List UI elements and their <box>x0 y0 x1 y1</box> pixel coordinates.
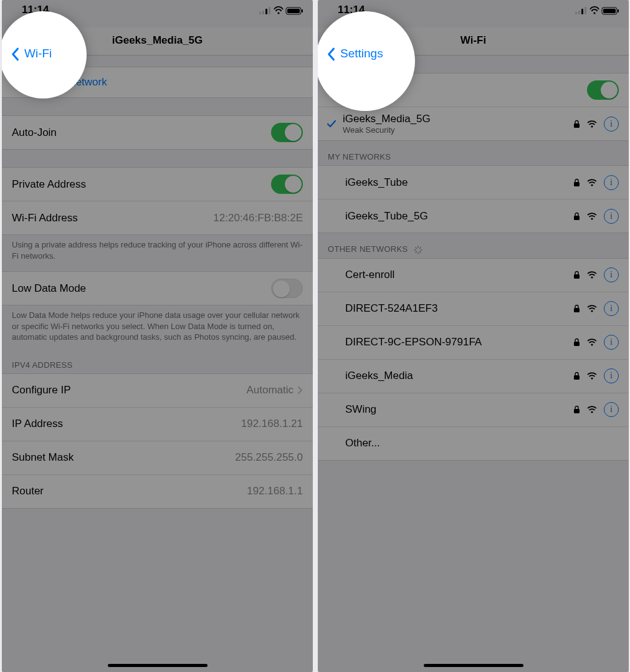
my-networks-header: MY NETWORKS <box>318 141 629 165</box>
wifi-icon <box>586 372 598 380</box>
network-row[interactable]: Cert-enroll i <box>318 259 629 292</box>
network-row[interactable]: iGeeks_Media i <box>318 359 629 393</box>
wifi-icon <box>586 338 598 347</box>
subnet-mask-value: 255.255.255.0 <box>235 451 303 464</box>
lock-icon <box>573 212 580 221</box>
svg-rect-8 <box>575 12 577 14</box>
svg-rect-32 <box>574 308 580 312</box>
wifi-address-label: Wi-Fi Address <box>12 212 78 224</box>
info-icon[interactable]: i <box>604 175 619 190</box>
other-label: Other... <box>345 437 380 449</box>
lock-icon <box>573 120 580 128</box>
svg-point-4 <box>277 12 279 14</box>
svg-rect-18 <box>574 182 580 186</box>
wifi-toggle-row[interactable]: Wi-Fi <box>318 74 629 107</box>
content-left: Forget This Network Auto-Join Private Ad… <box>2 55 313 672</box>
network-row[interactable]: DIRECT-524A1EF3 i <box>318 292 629 325</box>
lock-icon <box>573 372 580 380</box>
svg-point-39 <box>591 411 593 413</box>
svg-point-35 <box>591 343 593 345</box>
svg-line-23 <box>420 247 421 248</box>
info-icon[interactable]: i <box>604 368 619 383</box>
connected-network-name: iGeeks_Media_5G <box>343 113 431 125</box>
router-label: Router <box>12 485 44 497</box>
svg-line-25 <box>420 251 421 252</box>
private-address-switch[interactable] <box>271 175 303 194</box>
private-address-label: Private Address <box>12 178 86 191</box>
lock-icon <box>573 338 580 347</box>
status-time: 11:14 <box>22 4 49 16</box>
status-indicators <box>259 6 304 15</box>
lock-icon <box>573 304 580 313</box>
home-indicator[interactable] <box>424 664 523 667</box>
svg-point-19 <box>591 184 593 186</box>
low-data-mode-row[interactable]: Low Data Mode <box>2 272 313 305</box>
info-icon[interactable]: i <box>604 301 619 316</box>
network-name: Cert-enroll <box>345 269 394 281</box>
wifi-icon <box>586 212 598 221</box>
subnet-mask-label: Subnet Mask <box>12 451 74 464</box>
low-data-mode-switch[interactable] <box>271 279 303 298</box>
network-row[interactable]: SWing i <box>318 393 629 426</box>
other-network-row[interactable]: Other... <box>318 426 629 460</box>
svg-rect-14 <box>603 9 616 13</box>
lock-icon <box>573 178 580 187</box>
other-networks-text: OTHER NETWORKS <box>328 244 408 254</box>
configure-ip-label: Configure IP <box>12 384 71 396</box>
svg-rect-30 <box>574 274 580 279</box>
svg-rect-11 <box>585 7 586 14</box>
network-name: DIRECT-9C-EPSON-9791FA <box>345 336 482 348</box>
svg-rect-20 <box>574 216 580 220</box>
network-name: iGeeks_Tube_5G <box>345 210 428 223</box>
svg-point-12 <box>593 12 595 14</box>
nav-bar: Settings Wi-Fi <box>318 27 629 55</box>
status-bar: 11:14 <box>2 0 313 27</box>
network-row[interactable]: DIRECT-9C-EPSON-9791FA i <box>318 325 629 359</box>
info-icon[interactable]: i <box>604 117 619 132</box>
wifi-icon <box>586 304 598 313</box>
content-right: Wi-Fi iGeeks_Media_5G Weak Security <box>318 55 629 672</box>
phone-right: 11:14 Settings <box>318 0 629 672</box>
info-icon[interactable]: i <box>604 209 619 224</box>
router-value: 192.168.1.1 <box>247 485 303 497</box>
info-icon[interactable]: i <box>604 267 619 282</box>
home-indicator[interactable] <box>108 664 208 667</box>
svg-rect-38 <box>574 409 580 413</box>
auto-join-row[interactable]: Auto-Join <box>2 116 313 149</box>
svg-point-17 <box>591 125 593 127</box>
forget-network-button[interactable]: Forget This Network <box>2 67 313 98</box>
svg-rect-10 <box>581 9 583 14</box>
svg-point-37 <box>591 377 593 379</box>
wifi-icon <box>586 405 598 414</box>
wifi-address-value: 12:20:46:FB:B8:2E <box>213 212 303 224</box>
spinner-icon <box>414 246 422 254</box>
status-time: 11:14 <box>338 4 365 16</box>
wifi-label: Wi-Fi <box>328 84 353 97</box>
configure-ip-row[interactable]: Configure IP Automatic <box>2 374 313 407</box>
info-icon[interactable]: i <box>604 335 619 350</box>
connected-network-row[interactable]: iGeeks_Media_5G Weak Security i <box>318 107 629 140</box>
svg-point-31 <box>591 276 593 278</box>
network-name: SWing <box>345 403 376 416</box>
network-name: iGeeks_Media <box>345 370 413 382</box>
low-data-footer: Low Data Mode helps reduce your iPhone d… <box>2 305 313 349</box>
ipv4-header: IPV4 ADDRESS <box>2 349 313 373</box>
auto-join-switch[interactable] <box>271 123 303 142</box>
page-title: Wi-Fi <box>318 34 629 47</box>
other-networks-header: OTHER NETWORKS <box>318 233 629 258</box>
phone-left: 11:14 Wi-Fi <box>2 0 313 672</box>
svg-point-33 <box>591 310 593 312</box>
network-row[interactable]: iGeeks_Tube_5G i <box>318 199 629 233</box>
private-address-row[interactable]: Private Address <box>2 168 313 201</box>
private-address-footer: Using a private address helps reduce tra… <box>2 235 313 267</box>
wifi-icon <box>586 271 598 279</box>
wifi-switch[interactable] <box>587 80 619 100</box>
svg-rect-6 <box>287 9 300 13</box>
auto-join-label: Auto-Join <box>12 127 57 139</box>
svg-rect-2 <box>265 9 267 14</box>
status-bar: 11:14 <box>318 0 629 27</box>
svg-point-21 <box>591 218 593 219</box>
network-row[interactable]: iGeeks_Tube i <box>318 166 629 199</box>
svg-rect-36 <box>574 375 580 380</box>
info-icon[interactable]: i <box>604 402 619 417</box>
